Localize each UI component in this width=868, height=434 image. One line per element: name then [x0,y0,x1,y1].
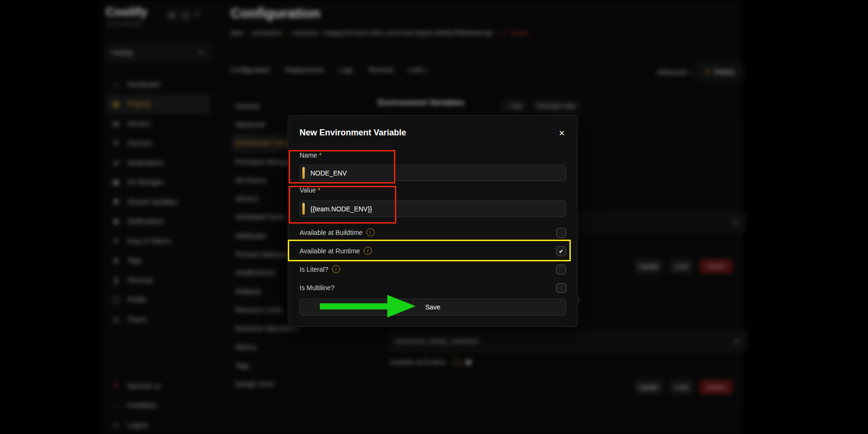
value-field-label: Value* [300,186,320,194]
modal-checkbox-list: Available at Buildtime i Available at Ru… [300,223,566,297]
checkbox[interactable]: ✔ [556,246,566,256]
new-env-var-modal: New Environment Variable ✕ Name* NODE_EN… [288,115,578,327]
checkbox[interactable] [556,283,566,293]
screen: Coolify v4.0.0-beta.380 ⌘ K ☾ Hosting ⇅ … [0,0,868,434]
required-asterisk: * [319,151,321,159]
checkbox-label: Available at Buildtime [300,229,363,236]
required-asterisk: * [318,186,320,194]
value-field-value: {{team.NODE_ENV}} [310,205,372,213]
name-field-label: Name* [300,151,322,159]
checkbox-row: Is Literal? i [300,260,566,278]
checkbox-row: Available at Buildtime i [300,223,566,242]
name-field[interactable]: NODE_ENV [300,165,566,181]
modal-title: New Environment Variable [300,128,406,138]
close-icon[interactable]: ✕ [556,127,568,139]
checkbox[interactable] [556,265,566,275]
value-field[interactable]: {{team.NODE_ENV}} [300,200,566,217]
info-icon: i [364,247,372,255]
checkbox-row: Is Multiline? i [300,278,566,297]
save-button[interactable]: Save [300,299,566,316]
checkbox-row: Available at Runtime i ✔ [300,242,566,260]
name-field-value: NODE_ENV [310,169,347,177]
checkbox[interactable] [556,228,566,238]
checkbox-label: Available at Runtime [300,247,360,255]
input-accent-bar [302,203,305,215]
info-icon: i [367,228,375,236]
input-accent-bar [302,167,305,179]
info-icon: i [332,265,340,273]
checkbox-label: Is Multiline? [300,284,334,292]
checkbox-label: Is Literal? [300,266,328,273]
